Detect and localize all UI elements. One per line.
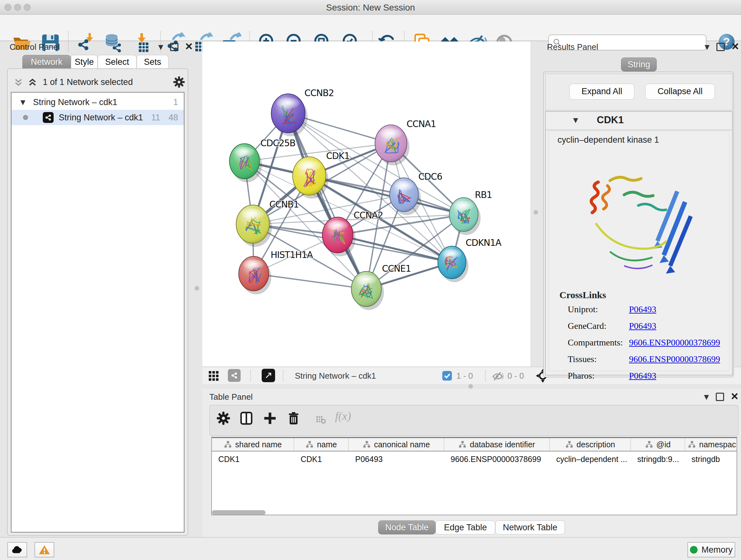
table-cell[interactable]: 9606.ENSP00000378699: [444, 453, 550, 465]
float-panel-icon[interactable]: ▼: [704, 43, 710, 51]
expand-all-button[interactable]: Expand All: [569, 84, 634, 100]
memory-button[interactable]: Memory: [687, 542, 735, 557]
close-panel-icon[interactable]: [732, 43, 739, 51]
column-header-database-identifier[interactable]: database identifier: [444, 438, 550, 451]
cloud-button[interactable]: [7, 542, 27, 557]
gene-symbol: CDK1: [597, 114, 623, 126]
svg-text:CCNA1: CCNA1: [407, 119, 436, 129]
crosslink-row: GeneCard:P06493: [549, 321, 729, 337]
string-network-icon: [43, 112, 54, 123]
column-header-description[interactable]: description: [550, 438, 631, 451]
collapse-all-button[interactable]: Collapse All: [645, 84, 715, 100]
column-header-label: description: [577, 440, 615, 449]
table-cell[interactable]: CDK1: [212, 453, 294, 465]
svg-text:CCNB1: CCNB1: [269, 199, 299, 210]
column-header-name[interactable]: name: [294, 438, 349, 451]
crosslink-label: Pharos:: [568, 371, 595, 381]
collection-expander-icon[interactable]: ▼: [20, 98, 25, 106]
crosslink-label: Tissues:: [568, 354, 597, 364]
node-table[interactable]: shared namenamecanonical namedatabase id…: [211, 437, 737, 515]
network-options-gear-icon[interactable]: [173, 76, 185, 88]
crosslink-value-link[interactable]: P06493: [629, 304, 657, 314]
maximize-panel-icon[interactable]: [717, 43, 725, 51]
delete-table-icon[interactable]: [315, 414, 326, 425]
svg-text:CDC25B: CDC25B: [260, 138, 295, 148]
tab-node-table[interactable]: Node Table: [378, 520, 435, 535]
network-view-title: String Network – cdk1: [295, 371, 376, 381]
float-panel-icon[interactable]: ▼: [158, 43, 163, 51]
table-cell[interactable]: CDK1: [294, 453, 349, 465]
table-cell[interactable]: cyclin–dependent ...: [550, 453, 631, 465]
network-canvas[interactable]: CCNB2CCNA1CDC25BCDK1CDC6RB1CCNB1CCNA2CDK…: [202, 42, 530, 367]
hidden-eye-icon[interactable]: [491, 370, 503, 382]
gene-section-header[interactable]: ▼ CDK1: [546, 112, 732, 130]
function-builder-icon[interactable]: f(x): [335, 409, 351, 423]
table-cell[interactable]: stringdb: [685, 453, 737, 465]
string-results-box: Expand All Collapse All ▼ CDK1 cyclin–de…: [543, 71, 734, 377]
network-collection-row[interactable]: ▼ String Network – cdk1 1: [11, 95, 184, 110]
gene-details: cyclin–dependent kinase 1: [548, 131, 730, 371]
collapse-all-icon[interactable]: [13, 78, 25, 88]
expand-all-icon[interactable]: [27, 78, 39, 88]
warning-button[interactable]: [35, 542, 54, 557]
tab-string-results[interactable]: String: [621, 57, 657, 71]
window-title: Session: New Session: [0, 3, 741, 13]
application-window: Session: New Session: [0, 0, 741, 560]
network-row-selected[interactable]: String Network – cdk1 11 48: [11, 110, 184, 125]
tab-network[interactable]: Network: [22, 55, 71, 69]
close-panel-icon[interactable]: [731, 393, 738, 401]
column-header-namespac[interactable]: namespac: [685, 438, 737, 451]
network-node-rb1: [449, 198, 478, 232]
birdseye-view-icon[interactable]: ↗: [262, 369, 275, 382]
tab-edge-table[interactable]: Edge Table: [435, 520, 495, 535]
right-splitter-handle[interactable]: [534, 210, 538, 214]
crosslink-row: Compartments:9606.ENSP00000378699: [549, 337, 729, 354]
network-graph[interactable]: CCNB2CCNA1CDC25BCDK1CDC6RB1CCNB1CCNA2CDK…: [202, 42, 530, 367]
add-column-icon[interactable]: [263, 411, 277, 425]
tab-network-table[interactable]: Network Table: [495, 520, 565, 535]
control-panel-title: Control Panel: [10, 42, 60, 52]
svg-text:CDC6: CDC6: [418, 172, 442, 182]
left-splitter-handle[interactable]: [195, 286, 199, 291]
svg-text:CCNA2: CCNA2: [354, 210, 383, 221]
grid-view-icon[interactable]: [208, 370, 219, 382]
tab-style[interactable]: Style: [71, 55, 98, 69]
tab-select[interactable]: Select: [98, 55, 137, 69]
svg-text:CCNE1: CCNE1: [382, 263, 411, 274]
tab-sets[interactable]: Sets: [137, 55, 169, 69]
crosslink-value-link[interactable]: P06493: [629, 371, 657, 381]
crosslink-label: Compartments:: [568, 337, 623, 348]
divider: [250, 370, 251, 382]
show-columns-icon[interactable]: [239, 411, 253, 425]
table-options-gear-icon[interactable]: [216, 411, 230, 425]
gene-expander-icon[interactable]: ▼: [573, 116, 578, 124]
network-view-share-icon[interactable]: [228, 369, 241, 382]
column-type-icon: [645, 440, 653, 449]
delete-column-icon[interactable]: [286, 411, 300, 425]
close-panel-icon[interactable]: [185, 43, 192, 51]
network-row-label: String Network – cdk1: [59, 113, 143, 123]
main-toolbar: ?: [0, 15, 741, 41]
column-header-shared-name[interactable]: shared name: [212, 438, 294, 451]
crosslink-value-link[interactable]: 9606.ENSP00000378699: [629, 337, 720, 348]
crosslink-value-link[interactable]: P06493: [629, 321, 657, 331]
table-cell[interactable]: stringdb:9...: [631, 453, 685, 465]
crosslink-value-link[interactable]: 9606.ENSP00000378699: [629, 354, 720, 364]
maximize-panel-icon[interactable]: [716, 393, 724, 401]
collection-label: String Network – cdk1: [33, 98, 117, 107]
memory-label: Memory: [701, 545, 733, 555]
svg-text:HIST1H1A: HIST1H1A: [271, 250, 313, 260]
horizontal-scrollbar[interactable]: [212, 510, 266, 515]
crosslink-row: Tissues:9606.ENSP00000378699: [549, 354, 729, 371]
column-header-label: @id: [657, 440, 671, 449]
table-cell[interactable]: P06493: [349, 453, 444, 465]
float-panel-icon[interactable]: ▼: [704, 393, 709, 401]
maximize-panel-icon[interactable]: [170, 43, 179, 51]
horizontal-splitter-handle[interactable]: [468, 384, 473, 388]
results-panel: Results Panel ▼ String Expand All Collap…: [539, 41, 741, 383]
column-header--id[interactable]: @id: [631, 438, 685, 451]
selected-checkbox-icon[interactable]: [442, 371, 452, 381]
column-header-canonical-name[interactable]: canonical name: [349, 438, 444, 451]
network-node-cdc25b: [229, 144, 259, 179]
results-panel-window-controls: ▼: [704, 43, 739, 51]
